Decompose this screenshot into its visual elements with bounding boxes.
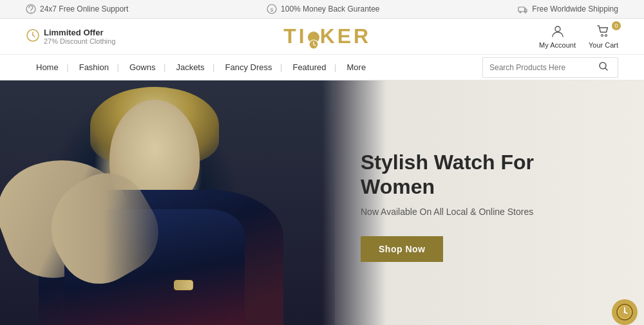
nav-fashion[interactable]: Fashion <box>69 55 119 80</box>
hero-subtitle: Now Available On All Local & Online Stor… <box>361 207 605 217</box>
offer-sub: 27% Discount Clothing <box>44 37 115 45</box>
search-input[interactable] <box>489 63 592 72</box>
money-back-icon: $ <box>267 4 277 14</box>
svg-point-1 <box>30 12 32 13</box>
shop-now-button[interactable]: Shop Now <box>361 236 443 262</box>
info-support-text: 24x7 Free Online Support <box>40 5 128 14</box>
svg-point-15 <box>605 35 607 37</box>
svg-point-13 <box>555 26 560 32</box>
nav-home[interactable]: Home <box>26 55 69 80</box>
svg-rect-4 <box>518 7 525 12</box>
nav-links: Home Fashion Gowns Jackets Fancy Dress F… <box>26 55 482 80</box>
svg-point-5 <box>520 12 521 13</box>
info-money-text: 100% Money Back Gurantee <box>281 5 379 14</box>
cart-label: Your Cart <box>589 41 618 49</box>
cart-button[interactable]: 0 Your Cart <box>589 24 618 49</box>
hero-watch <box>174 280 193 290</box>
nav-featured[interactable]: Featured <box>282 55 336 80</box>
info-item-support: 24x7 Free Online Support <box>26 4 128 14</box>
nav-jackets[interactable]: Jackets <box>166 55 214 80</box>
search-bar <box>482 57 618 78</box>
nav-fancy-dress[interactable]: Fancy Dress <box>214 55 282 80</box>
hero-content: Stylish Watch For Women Now Available On… <box>322 80 644 325</box>
info-item-money: $ 100% Money Back Gurantee <box>267 4 379 14</box>
offer-title: Limmited Offer <box>44 28 115 37</box>
logo: TI KER <box>283 24 371 48</box>
svg-text:$: $ <box>270 7 274 13</box>
nav-gowns[interactable]: Gowns <box>119 55 166 80</box>
cart-icon: 0 <box>596 24 611 41</box>
support-icon <box>26 4 36 14</box>
nav-more[interactable]: More <box>337 55 377 80</box>
header-actions: My Account 0 Your Cart <box>539 24 618 49</box>
hero-title: Stylish Watch For Women <box>361 150 605 200</box>
svg-line-17 <box>605 68 607 70</box>
my-account-button[interactable]: My Account <box>539 24 576 49</box>
navigation: Home Fashion Gowns Jackets Fancy Dress F… <box>0 55 644 80</box>
cart-count: 0 <box>612 21 621 30</box>
account-label: My Account <box>539 41 576 49</box>
svg-point-22 <box>624 311 626 313</box>
info-item-shipping: Free Worldwide Shipping <box>518 4 618 14</box>
info-shipping-text: Free Worldwide Shipping <box>532 5 618 14</box>
search-button[interactable] <box>596 61 611 74</box>
info-bar: 24x7 Free Online Support $ 100% Money Ba… <box>0 0 644 19</box>
svg-line-9 <box>33 35 35 37</box>
svg-point-14 <box>601 35 603 37</box>
watch-icon-corner[interactable] <box>612 299 638 325</box>
hero-model-figure <box>0 80 335 325</box>
shipping-icon <box>518 4 528 14</box>
header-offer: Limmited Offer 27% Discount Clothing <box>26 28 115 45</box>
svg-point-6 <box>525 12 526 13</box>
hero-section: Stylish Watch For Women Now Available On… <box>0 80 644 325</box>
clock-icon <box>26 28 40 44</box>
header: Limmited Offer 27% Discount Clothing TI … <box>0 19 644 55</box>
user-icon <box>551 24 565 41</box>
